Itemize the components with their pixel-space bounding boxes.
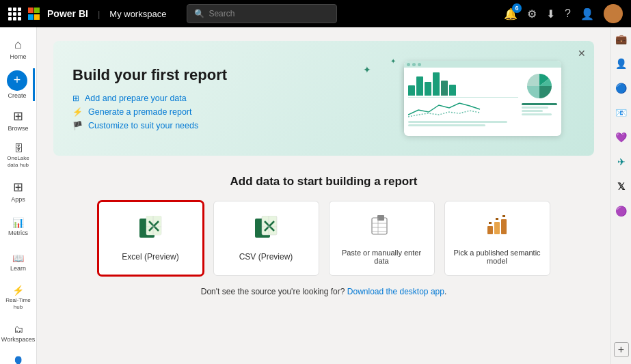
csv-icon xyxy=(254,216,278,245)
semantic-label: Pick a published semantic model xyxy=(445,249,550,265)
create-icon: + xyxy=(7,70,27,91)
right-panel: 🔴 💼 👤 🔵 📧 💜 ✈ 𝕏 🟣 + xyxy=(610,27,631,364)
sidebar-item-apps[interactable]: ⊞ Apps xyxy=(2,175,35,208)
realtime-icon: ⚡ xyxy=(12,285,24,296)
waffle-button[interactable] xyxy=(8,8,21,20)
svg-rect-25 xyxy=(502,215,505,217)
sidebar: ⌂ Home + Create ⊞ Browse 🗄 OneLakedata h… xyxy=(0,27,37,364)
datasource-cards: Excel (Preview) CSV (Preview) xyxy=(53,201,594,276)
sidebar-item-realtime[interactable]: ⚡ Real-Timehub xyxy=(2,281,35,314)
hero-banner: Build your first report ⊞ Add and prepar… xyxy=(53,41,594,156)
svg-rect-15 xyxy=(377,215,384,221)
right-icon-teams[interactable]: 🟣 xyxy=(614,204,629,219)
sparkline-svg xyxy=(408,100,518,119)
waffle-icon xyxy=(8,8,21,20)
workspaces-icon: 🗂 xyxy=(14,324,23,335)
hero-link-customize[interactable]: 🏴 Customize to suit your needs xyxy=(72,121,227,130)
hero-title: Build your first report xyxy=(72,66,227,84)
myworkspace-icon: 👤 xyxy=(12,356,24,364)
sidebar-label-onelake: OneLakedata hub xyxy=(7,155,29,168)
svg-rect-22 xyxy=(501,219,507,234)
hero-illustration: ✦ ✦ + xyxy=(315,57,575,139)
sidebar-label-apps: Apps xyxy=(11,196,25,204)
avatar[interactable] xyxy=(604,4,623,23)
home-icon: ⌂ xyxy=(14,38,22,52)
hero-link-generate[interactable]: ⚡ Generate a premade report xyxy=(72,107,227,117)
svg-rect-24 xyxy=(496,218,498,220)
bottom-text: Don't see the source you're looking for? xyxy=(201,287,345,296)
sidebar-item-home[interactable]: ⌂ Home xyxy=(2,33,35,66)
sidebar-label-learn: Learn xyxy=(10,265,26,272)
right-panel-add[interactable]: + xyxy=(614,342,629,357)
content-area: Build your first report ⊞ Add and prepar… xyxy=(37,27,610,364)
section-title: Add data to start building a report xyxy=(53,175,594,188)
apps-icon: ⊞ xyxy=(13,180,23,195)
right-icon-outlook[interactable]: 📧 xyxy=(614,105,629,120)
sparkle-icon-sm: ✦ xyxy=(390,57,396,65)
sidebar-item-create[interactable]: + Create xyxy=(2,68,35,101)
app-name: Power BI xyxy=(47,8,88,19)
learn-icon: 📖 xyxy=(12,253,24,264)
sidebar-label-create: Create xyxy=(8,92,26,100)
excel-icon xyxy=(138,216,163,245)
onelake-icon: 🗄 xyxy=(14,143,23,154)
sidebar-label-metrics: Metrics xyxy=(8,229,28,237)
download-link[interactable]: Download the desktop app xyxy=(347,287,444,296)
search-icon: 🔍 xyxy=(194,9,204,18)
hero-links: ⊞ Add and prepare your data ⚡ Generate a… xyxy=(72,94,227,130)
browse-icon: ⊞ xyxy=(13,109,23,124)
notification-button[interactable]: 🔔 6 xyxy=(504,8,518,20)
paste-label: Paste or manually enter data xyxy=(330,249,434,265)
excel-label: Excel (Preview) xyxy=(122,252,178,262)
svg-rect-20 xyxy=(487,226,493,234)
sidebar-label-home: Home xyxy=(10,53,26,61)
sidebar-label-workspaces: Workspaces xyxy=(1,336,35,344)
microsoft-logo xyxy=(28,8,40,20)
notification-badge: 6 xyxy=(512,3,522,13)
svg-rect-21 xyxy=(494,222,500,234)
topbar-separator: | xyxy=(98,9,100,19)
flag-icon: 🏴 xyxy=(72,121,83,130)
sidebar-item-myworkspace[interactable]: 👤 Myworkspace xyxy=(2,352,35,364)
bottom-link-area: Don't see the source you're looking for?… xyxy=(53,287,594,296)
hero-main-card xyxy=(404,61,561,136)
sidebar-item-onelake[interactable]: 🗄 OneLakedata hub xyxy=(2,139,35,172)
paste-icon xyxy=(369,212,394,242)
close-button[interactable]: ✕ xyxy=(578,48,586,59)
right-icon-x[interactable]: 𝕏 xyxy=(614,179,629,194)
hero-link-prepare[interactable]: ⊞ Add and prepare your data xyxy=(72,94,227,103)
search-input[interactable] xyxy=(209,9,325,18)
right-icon-person[interactable]: 👤 xyxy=(614,56,629,71)
topbar: Power BI | My workspace 🔍 🔔 6 ⚙ ⬇ ? 👤 xyxy=(0,0,631,27)
right-icon-purple[interactable]: 💜 xyxy=(614,130,629,145)
account-button[interactable]: 👤 xyxy=(580,8,594,20)
sidebar-label-realtime: Real-Timehub xyxy=(5,297,31,310)
help-button[interactable]: ? xyxy=(565,8,571,20)
main-layout: ⌂ Home + Create ⊞ Browse 🗄 OneLakedata h… xyxy=(0,27,631,364)
svg-rect-23 xyxy=(489,222,492,224)
csv-label: CSV (Preview) xyxy=(239,252,293,262)
settings-button[interactable]: ⚙ xyxy=(527,8,537,20)
datasource-card-semantic[interactable]: Pick a published semantic model xyxy=(444,201,550,276)
sidebar-item-workspaces[interactable]: 🗂 Workspaces xyxy=(2,317,35,350)
pie-chart xyxy=(525,72,554,100)
table-icon: ⊞ xyxy=(72,94,79,103)
sparkle-icon: ✦ xyxy=(363,64,371,75)
sidebar-item-learn[interactable]: 📖 Learn xyxy=(2,246,35,279)
workspace-label[interactable]: My workspace xyxy=(109,9,166,19)
search-bar[interactable]: 🔍 xyxy=(187,4,337,23)
datasource-card-csv[interactable]: CSV (Preview) xyxy=(213,201,319,276)
sidebar-item-browse[interactable]: ⊞ Browse xyxy=(2,104,35,137)
datasource-card-paste[interactable]: Paste or manually enter data xyxy=(329,201,435,276)
metrics-icon: 📊 xyxy=(12,217,24,228)
right-icon-teal[interactable]: ✈ xyxy=(614,154,629,169)
datasource-card-excel[interactable]: Excel (Preview) xyxy=(98,201,204,276)
download-button[interactable]: ⬇ xyxy=(546,8,555,20)
semantic-icon xyxy=(485,212,509,242)
right-icon-ms[interactable]: 🔵 xyxy=(614,81,629,96)
right-icon-briefcase[interactable]: 💼 xyxy=(614,31,629,46)
hero-text: Build your first report ⊞ Add and prepar… xyxy=(72,66,227,130)
topbar-icons: 🔔 6 ⚙ ⬇ ? 👤 xyxy=(504,4,623,23)
sidebar-item-metrics[interactable]: 📊 Metrics xyxy=(2,210,35,243)
bolt-icon: ⚡ xyxy=(72,107,83,117)
